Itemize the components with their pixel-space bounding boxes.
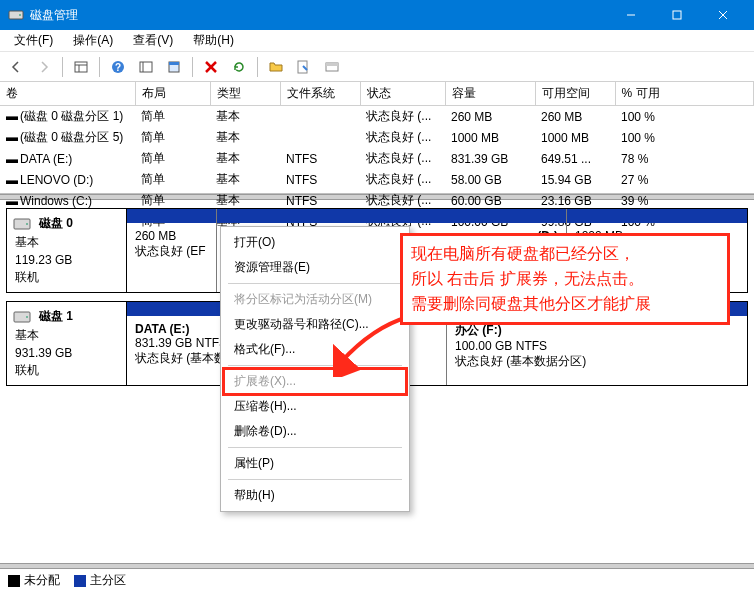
col-status[interactable]: 状态: [360, 82, 445, 106]
ctx-change-letter[interactable]: 更改驱动器号和路径(C)...: [224, 312, 406, 337]
table-row[interactable]: ▬DATA (E:)简单基本NTFS状态良好 (...831.39 GB649.…: [0, 148, 754, 169]
volume-list[interactable]: 卷 布局 类型 文件系统 状态 容量 可用空间 % 可用 ▬(磁盘 0 磁盘分区…: [0, 82, 754, 194]
ctx-shrink-volume[interactable]: 压缩卷(H)...: [224, 394, 406, 419]
ctx-sep: [228, 283, 402, 284]
col-fs[interactable]: 文件系统: [280, 82, 360, 106]
disk-icon: [13, 215, 31, 233]
help-button[interactable]: ?: [106, 55, 130, 79]
disk-icon: [13, 308, 31, 326]
annotation-line: 现在电脑所有硬盘都已经分区，: [411, 242, 719, 267]
action-list-icon[interactable]: [292, 55, 316, 79]
ctx-help[interactable]: 帮助(H): [224, 483, 406, 508]
ctx-sep: [228, 447, 402, 448]
toolbar-sep: [192, 57, 193, 77]
svg-rect-14: [169, 62, 179, 65]
col-capacity[interactable]: 容量: [445, 82, 535, 106]
partition-stripe: [567, 209, 747, 223]
ctx-open[interactable]: 打开(O): [224, 230, 406, 255]
maximize-button[interactable]: [654, 0, 700, 30]
partition-stripe: [217, 209, 566, 223]
ctx-delete-volume[interactable]: 删除卷(D)...: [224, 419, 406, 444]
svg-rect-17: [298, 61, 307, 73]
col-free[interactable]: 可用空间: [535, 82, 615, 106]
disk-mgmt-icon: [8, 7, 24, 23]
disk-header-0[interactable]: 磁盘 0 基本 119.23 GB 联机: [7, 209, 127, 292]
table-row[interactable]: ▬LENOVO (D:)简单基本NTFS状态良好 (...58.00 GB15.…: [0, 169, 754, 190]
svg-rect-6: [75, 62, 87, 72]
action-tile-icon[interactable]: [320, 55, 344, 79]
col-volume[interactable]: 卷: [0, 82, 135, 106]
partition-stripe: [127, 209, 216, 223]
menubar: 文件(F) 操作(A) 查看(V) 帮助(H): [0, 30, 754, 52]
window-titlebar: 磁盘管理: [0, 0, 754, 30]
menu-view[interactable]: 查看(V): [123, 30, 183, 51]
partition[interactable]: 260 MB 状态良好 (EF: [127, 209, 217, 292]
view-flags-button[interactable]: [162, 55, 186, 79]
menu-file[interactable]: 文件(F): [4, 30, 63, 51]
menu-action[interactable]: 操作(A): [63, 30, 123, 51]
svg-text:?: ?: [115, 62, 121, 73]
show-hide-tree-button[interactable]: [69, 55, 93, 79]
minimize-button[interactable]: [608, 0, 654, 30]
legend-primary: 主分区: [74, 572, 126, 589]
toolbar-sep: [99, 57, 100, 77]
legend-unallocated: 未分配: [8, 572, 60, 589]
window-buttons: [608, 0, 746, 30]
ctx-properties[interactable]: 属性(P): [224, 451, 406, 476]
col-layout[interactable]: 布局: [135, 82, 210, 106]
ctx-extend-volume: 扩展卷(X)...: [224, 369, 406, 394]
delete-icon[interactable]: [199, 55, 223, 79]
close-button[interactable]: [700, 0, 746, 30]
svg-rect-3: [673, 11, 681, 19]
toolbar-sep: [257, 57, 258, 77]
toolbar: ?: [0, 52, 754, 82]
bottom-splitter[interactable]: [0, 563, 754, 569]
window-title: 磁盘管理: [30, 7, 608, 24]
legend: 未分配 主分区: [8, 572, 126, 589]
svg-point-1: [19, 14, 21, 16]
annotation-line: 需要删除同硬盘其他分区才能扩展: [411, 292, 719, 317]
forward-button[interactable]: [32, 55, 56, 79]
svg-point-23: [26, 316, 28, 318]
ctx-mark-active: 将分区标记为活动分区(M): [224, 287, 406, 312]
settings-button[interactable]: [134, 55, 158, 79]
svg-rect-11: [140, 62, 152, 72]
disk-header-1[interactable]: 磁盘 1 基本 931.39 GB 联机: [7, 302, 127, 385]
ctx-format[interactable]: 格式化(F)...: [224, 337, 406, 362]
svg-point-21: [26, 223, 28, 225]
ctx-explorer[interactable]: 资源管理器(E): [224, 255, 406, 280]
ctx-sep: [228, 365, 402, 366]
back-button[interactable]: [4, 55, 28, 79]
folder-icon[interactable]: [264, 55, 288, 79]
refresh-icon[interactable]: [227, 55, 251, 79]
ctx-sep: [228, 479, 402, 480]
annotation-box: 现在电脑所有硬盘都已经分区， 所以 右击后 扩展券，无法点击。 需要删除同硬盘其…: [400, 233, 730, 325]
table-row[interactable]: ▬(磁盘 0 磁盘分区 5)简单基本状态良好 (...1000 MB1000 M…: [0, 127, 754, 148]
svg-rect-19: [326, 63, 338, 66]
annotation-line: 所以 右击后 扩展券，无法点击。: [411, 267, 719, 292]
context-menu: 打开(O) 资源管理器(E) 将分区标记为活动分区(M) 更改驱动器号和路径(C…: [220, 226, 410, 512]
col-pct[interactable]: % 可用: [615, 82, 754, 106]
toolbar-sep: [62, 57, 63, 77]
table-row[interactable]: ▬(磁盘 0 磁盘分区 1)简单基本状态良好 (...260 MB260 MB1…: [0, 106, 754, 128]
col-type[interactable]: 类型: [210, 82, 280, 106]
menu-help[interactable]: 帮助(H): [183, 30, 244, 51]
